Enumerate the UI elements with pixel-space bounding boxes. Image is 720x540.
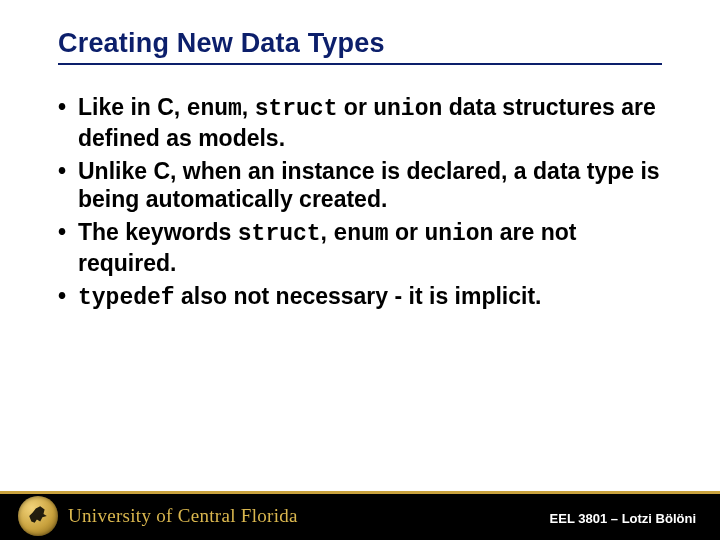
text: Unlike C, when an instance is declared, … xyxy=(78,158,660,213)
text: Like in C, xyxy=(78,94,187,120)
code-enum: enum xyxy=(187,96,242,122)
text: The keywords xyxy=(78,219,238,245)
text: , xyxy=(321,219,334,245)
bullet-item: The keywords struct, enum or union are n… xyxy=(58,218,662,278)
course-label: EEL 3801 – Lotzi Bölöni xyxy=(550,511,696,526)
title-underline xyxy=(58,63,662,65)
code-typedef: typedef xyxy=(78,285,175,311)
code-union: union xyxy=(424,221,493,247)
text: or xyxy=(337,94,373,120)
bullet-item: Unlike C, when an instance is declared, … xyxy=(58,157,662,215)
bullet-list: Like in C, enum, struct or union data st… xyxy=(58,93,662,312)
university-logo: University of Central Florida xyxy=(18,496,298,536)
text: or xyxy=(389,219,425,245)
code-enum: enum xyxy=(333,221,388,247)
bullet-item: Like in C, enum, struct or union data st… xyxy=(58,93,662,153)
code-struct: struct xyxy=(255,96,338,122)
bullet-item: typedef also not necessary - it is impli… xyxy=(58,282,662,313)
footer: University of Central Florida EEL 3801 –… xyxy=(0,484,720,540)
slide: Creating New Data Types Like in C, enum,… xyxy=(0,0,720,540)
code-struct: struct xyxy=(238,221,321,247)
text: , xyxy=(242,94,255,120)
slide-title: Creating New Data Types xyxy=(58,28,662,59)
code-union: union xyxy=(373,96,442,122)
pegasus-seal-icon xyxy=(18,496,58,536)
text: also not necessary - it is implicit. xyxy=(175,283,542,309)
university-name: University of Central Florida xyxy=(68,505,298,527)
